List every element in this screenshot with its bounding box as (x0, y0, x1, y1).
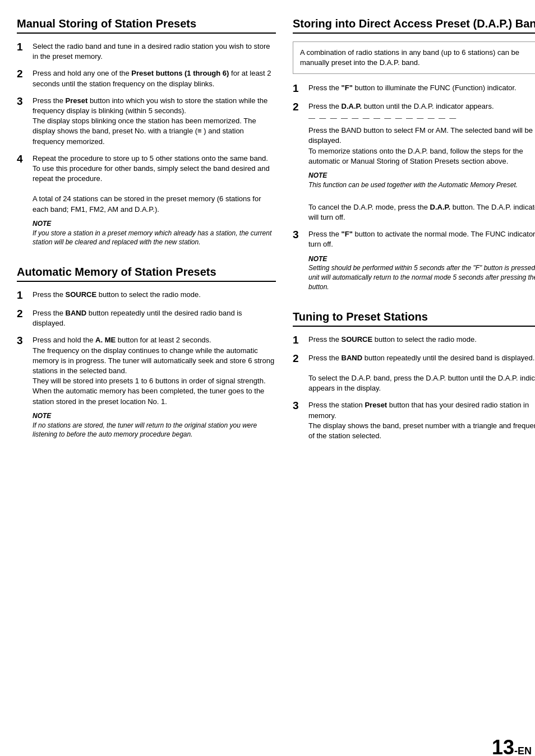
step-content: Press and hold the A. ME button for at l… (33, 335, 276, 442)
list-item: 2 Press the BAND button repeatedly until… (293, 353, 535, 394)
tuning-title: Tuning to Preset Stations (293, 310, 535, 327)
step-content: Press the D.A.P. button until the D.A.P.… (308, 101, 535, 222)
step-number: 2 (17, 308, 29, 320)
list-item: 1 Press the SOURCE button to select the … (17, 290, 276, 302)
note-text: If you store a station in a preset memor… (33, 229, 276, 248)
manual-storing-list: 1 Select the radio band and tune in a de… (17, 41, 276, 249)
step-content: Press the SOURCE button to select the ra… (308, 335, 535, 345)
manual-storing-title: Manual Storing of Station Presets (17, 17, 276, 34)
note-label: NOTE (308, 171, 535, 180)
step-content: Press the station Preset button that has… (308, 400, 535, 441)
manual-storing-section: Manual Storing of Station Presets 1 Sele… (17, 17, 276, 249)
note-label: NOTE (33, 219, 276, 229)
step-content: Press and hold any one of the Preset but… (33, 68, 276, 89)
step-number: 3 (293, 229, 305, 241)
step-number: 3 (17, 96, 29, 108)
list-item: 2 Press and hold any one of the Preset b… (17, 68, 276, 89)
automatic-memory-title: Automatic Memory of Station Presets (17, 265, 276, 282)
step-content: Press the SOURCE button to select the ra… (33, 290, 276, 300)
step-number: 2 (293, 101, 305, 113)
right-column: Storing into Direct Access Preset (D.A.P… (293, 17, 535, 457)
list-item: 1 Press the "F" button to illuminate the… (293, 83, 535, 95)
step-content: Repeat the procedure to store up to 5 ot… (33, 154, 276, 250)
list-item: 3 Press and hold the A. ME button for at… (17, 335, 276, 442)
step-number: 1 (17, 290, 29, 302)
note-block: NOTE If you store a station in a preset … (33, 219, 276, 247)
note-text: Setting should be performed within 5 sec… (308, 263, 535, 291)
list-item: 1 Press the SOURCE button to select the … (293, 335, 535, 346)
step-content: Press the "F" button to activate the nor… (308, 229, 535, 294)
step-number: 2 (17, 68, 29, 80)
dap-title: Storing into Direct Access Preset (D.A.P… (293, 17, 535, 34)
step-number: 2 (293, 353, 305, 365)
note-text: If no stations are stored, the tuner wil… (33, 421, 276, 440)
dash-line: — — — — — — — — — — — — — — (308, 114, 535, 123)
note-label: NOTE (308, 254, 535, 264)
dap-section: Storing into Direct Access Preset (D.A.P… (293, 17, 535, 294)
list-item: 1 Select the radio band and tune in a de… (17, 41, 276, 62)
list-item: 4 Repeat the procedure to store up to 5 … (17, 154, 276, 250)
tuning-list: 1 Press the SOURCE button to select the … (293, 335, 535, 441)
tuning-section: Tuning to Preset Stations 1 Press the SO… (293, 310, 535, 441)
note-block: NOTE Setting should be performed within … (308, 254, 535, 292)
note-text: This function can be used together with … (308, 180, 535, 190)
automatic-memory-section: Automatic Memory of Station Presets 1 Pr… (17, 265, 276, 442)
step-content: Press the Preset button into which you w… (33, 96, 276, 147)
step-number: 3 (293, 400, 305, 412)
note-block: NOTE If no stations are stored, the tune… (33, 411, 276, 439)
dap-list: 1 Press the "F" button to illuminate the… (293, 83, 535, 294)
note-label: NOTE (33, 411, 276, 421)
step-number: 4 (17, 154, 29, 165)
step-number: 1 (293, 83, 305, 95)
list-item: 3 Press the "F" button to activate the n… (293, 229, 535, 294)
step-number: 3 (17, 335, 29, 347)
step-content: Select the radio band and tune in a desi… (33, 41, 276, 62)
step-content: Press the "F" button to illuminate the F… (308, 83, 535, 93)
list-item: 3 Press the Preset button into which you… (17, 96, 276, 147)
step-content: Press the BAND button repeatedly until t… (308, 353, 535, 394)
dap-info-box: A combination of radio stations in any b… (293, 41, 535, 74)
list-item: 3 Press the station Preset button that h… (293, 400, 535, 441)
step-content: Press the BAND button repeatedly until t… (33, 308, 276, 328)
list-item: 2 Press the D.A.P. button until the D.A.… (293, 101, 535, 222)
list-item: 2 Press the BAND button repeatedly until… (17, 308, 276, 328)
step-number: 1 (293, 335, 305, 346)
left-column: Manual Storing of Station Presets 1 Sele… (17, 17, 276, 457)
page-number: 13-EN (492, 736, 532, 756)
step-number: 1 (17, 41, 29, 53)
note-block: NOTE This function can be used together … (308, 171, 535, 190)
automatic-memory-list: 1 Press the SOURCE button to select the … (17, 290, 276, 442)
